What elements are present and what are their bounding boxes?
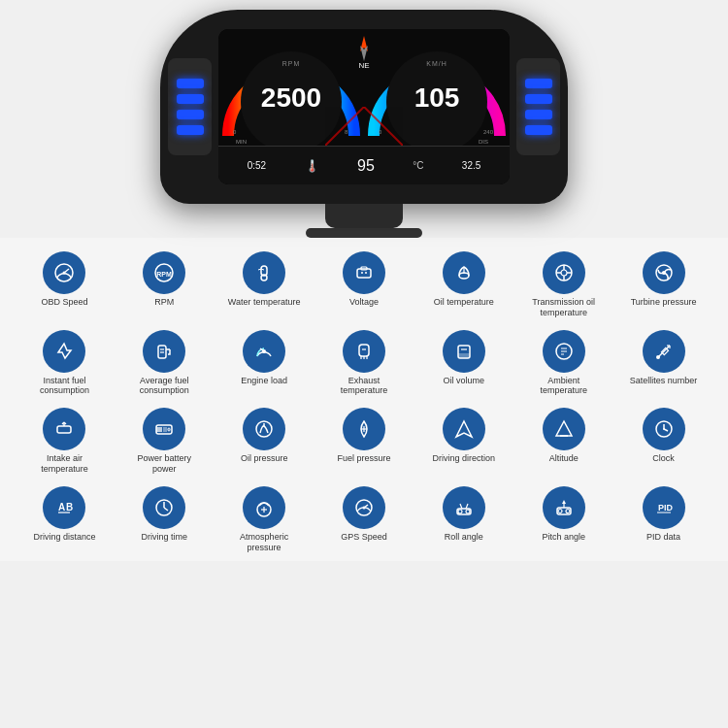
feature-icon-satellites [643, 330, 685, 373]
svg-line-81 [164, 508, 168, 511]
svg-text:105: 105 [414, 83, 460, 113]
feature-label-transmission-oil: Transmission oil temperature [525, 297, 603, 318]
feature-label-avg-fuel: Average fuel consumption [125, 376, 203, 397]
feature-oil-temp: Oil temperature [414, 248, 513, 322]
features-section: OBD SpeedRPMRPMWater temperatureVoltageO… [0, 238, 728, 561]
feature-label-water-temp: Water temperature [228, 297, 301, 308]
feature-driving-time: Driving time [115, 482, 215, 557]
feature-label-engine-load: Engine load [241, 376, 287, 386]
svg-point-90 [466, 510, 470, 513]
svg-text:2500: 2500 [261, 83, 321, 113]
feature-roll-angle: Roll angle [414, 482, 513, 557]
svg-marker-70 [556, 421, 572, 436]
svg-point-75 [663, 428, 665, 430]
feature-label-fuel-pressure: Fuel pressure [337, 453, 390, 464]
svg-point-87 [362, 506, 365, 509]
feature-pid-data: PIDPID data [613, 482, 713, 557]
distance-display: 32.5 [462, 160, 480, 171]
feature-satellites: Satellites number [613, 326, 713, 401]
temp-icon: 🌡️ [305, 159, 319, 173]
feature-label-atm-pressure: Atmospheric pressure [225, 532, 303, 553]
feature-oil-volume: Oil volume [414, 326, 513, 401]
feature-label-instant-fuel: Instant fuel consumption [25, 376, 103, 397]
feature-label-roll-angle: Roll angle [445, 532, 483, 543]
feature-icon-fuel-pressure [343, 408, 385, 450]
features-grid: OBD SpeedRPMRPMWater temperatureVoltageO… [15, 248, 713, 556]
feature-label-satellites: Satellites number [630, 376, 698, 386]
feature-obd-speed: OBD Speed [15, 248, 115, 322]
feature-rpm: RPMRPM [115, 248, 215, 322]
feature-label-obd-speed: OBD Speed [41, 297, 87, 308]
feature-icon-oil-volume [443, 330, 485, 373]
feature-label-gps-speed: GPS Speed [341, 532, 387, 543]
feature-label-clock: Clock [652, 453, 675, 464]
feature-icon-instant-fuel [43, 330, 85, 373]
feature-icon-engine-load [243, 330, 285, 373]
svg-text:B: B [66, 502, 73, 513]
svg-point-18 [63, 272, 66, 275]
feature-label-voltage: Voltage [349, 297, 379, 308]
feature-icon-turbine [643, 251, 685, 294]
feature-icon-power-battery [143, 408, 185, 450]
feature-power-battery: Power battery power [115, 404, 215, 479]
device-section: RPM 2500 0 8 MIN [0, 0, 728, 238]
svg-text:A: A [58, 502, 65, 513]
feature-intake-air: Intake air temperature [15, 404, 115, 479]
feature-icon-roll-angle [443, 486, 485, 529]
feature-icon-altitude [543, 408, 585, 450]
feature-label-driving-time: Driving time [142, 532, 188, 543]
feature-icon-water-temp [243, 251, 285, 294]
feature-icon-oil-temp [443, 251, 485, 294]
distance-value: 32.5 [462, 160, 480, 171]
svg-point-89 [458, 510, 462, 513]
feature-icon-driving-time [143, 486, 185, 529]
feature-transmission-oil: Transmission oil temperature [513, 248, 613, 322]
svg-rect-62 [156, 427, 162, 432]
svg-rect-57 [57, 426, 71, 433]
feature-label-power-battery: Power battery power [125, 453, 203, 475]
time-value: 0:52 [248, 160, 266, 171]
svg-text:PID: PID [658, 503, 674, 513]
feature-fuel-pressure: Fuel pressure [314, 404, 414, 479]
feature-clock: Clock [613, 404, 713, 479]
feature-label-altitude: Altitude [549, 453, 579, 464]
svg-marker-69 [456, 421, 472, 437]
feature-label-intake-air: Intake air temperature [25, 453, 103, 475]
feature-exhaust-temp: Exhaust temperature [314, 326, 414, 401]
feature-altitude: Altitude [513, 404, 613, 479]
svg-rect-64 [168, 428, 170, 431]
svg-rect-47 [458, 353, 470, 358]
feature-label-oil-temp: Oil temperature [434, 297, 494, 308]
svg-point-36 [662, 271, 666, 275]
feature-label-turbine: Turbine pressure [631, 297, 697, 308]
screen: RPM 2500 0 8 MIN [218, 29, 510, 184]
feature-label-pitch-angle: Pitch angle [542, 532, 585, 543]
feature-icon-exhaust-temp [343, 330, 385, 373]
feature-oil-pressure: Oil pressure [215, 404, 314, 479]
svg-text:DIS: DIS [479, 139, 488, 145]
feature-instant-fuel: Instant fuel consumption [15, 326, 115, 401]
feature-icon-intake-air [43, 408, 85, 450]
svg-marker-7 [360, 46, 368, 61]
feature-icon-rpm: RPM [143, 251, 185, 294]
compass-label: NE [352, 61, 376, 70]
feature-icon-pid-data: PID [643, 486, 685, 529]
feature-voltage: Voltage [314, 248, 414, 322]
feature-ambient-temp: Ambient temperature [513, 326, 613, 401]
feature-icon-voltage [343, 251, 385, 294]
feature-turbine: Turbine pressure [613, 248, 713, 322]
feature-avg-fuel: Average fuel consumption [115, 326, 215, 401]
temp-display: 95 [357, 157, 375, 175]
feature-icon-gps-speed [343, 486, 385, 529]
feature-icon-ambient-temp [543, 330, 585, 373]
feature-icon-pitch-angle [543, 486, 585, 529]
feature-driving-dist: ABDriving distance [15, 482, 115, 557]
time-display: 0:52 [248, 160, 266, 171]
svg-marker-97 [562, 500, 566, 504]
feature-label-oil-volume: Oil volume [444, 376, 485, 386]
feature-label-ambient-temp: Ambient temperature [525, 376, 603, 397]
svg-marker-37 [58, 344, 71, 358]
temp-value: 95 [357, 157, 375, 175]
svg-point-95 [566, 509, 570, 513]
svg-line-14 [325, 107, 364, 146]
